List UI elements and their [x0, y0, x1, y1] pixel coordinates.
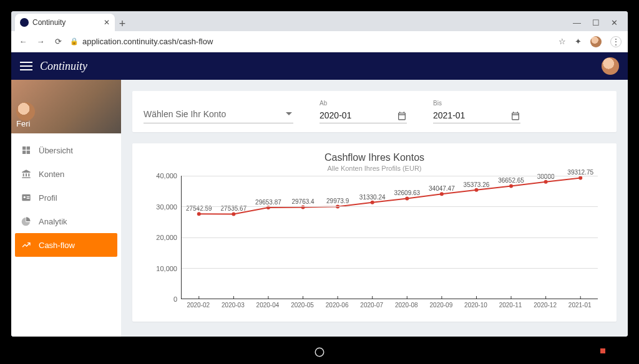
url-text: application.continuity.cash/cash-flow [82, 37, 213, 46]
piechart-icon [21, 216, 31, 226]
sidebar-item-konten[interactable]: Konten [11, 162, 121, 186]
chart-card: Cashflow Ihres Kontos Alle Konten Ihres … [132, 143, 617, 322]
svg-rect-0 [22, 146, 26, 150]
browser-tabbar: Continuity ✕ + — ☐ ✕ [11, 11, 628, 31]
home-indicator-icon [314, 347, 325, 358]
chart-area: 010,00020,00030,00040,000 27542.5927535.… [144, 176, 605, 313]
svg-point-28 [544, 180, 548, 184]
filter-card: Wählen Sie Ihr Konto Ab 2020-01 Bis [132, 91, 617, 132]
bookmark-icon[interactable]: ☆ [559, 37, 566, 46]
chart-subtitle: Alle Konten Ihres Profils (EUR) [144, 165, 605, 172]
extensions-icon[interactable]: ✦ [575, 37, 582, 46]
calendar-icon[interactable] [397, 111, 407, 121]
new-tab-button[interactable]: + [115, 16, 130, 31]
trend-icon [21, 240, 31, 250]
menu-toggle-icon[interactable] [20, 62, 32, 70]
svg-point-5 [24, 196, 26, 198]
lock-icon: 🔒 [70, 37, 79, 46]
sidebar: Feri Übersicht Konten [11, 80, 121, 337]
svg-rect-1 [27, 146, 30, 150]
window-minimize-icon[interactable]: — [573, 18, 581, 27]
dashboard-icon [21, 145, 31, 155]
profile-hero[interactable]: Feri [11, 80, 121, 133]
sidebar-item-label: Analytik [39, 217, 67, 226]
profile-name: Feri [16, 119, 30, 128]
window-close-icon[interactable]: ✕ [611, 18, 618, 27]
date-from-value: 2020-01 [320, 108, 407, 123]
svg-point-24 [474, 188, 478, 192]
sidebar-item-label: Übersicht [39, 146, 73, 155]
svg-point-30 [578, 176, 582, 180]
account-select-label: Wählen Sie Ihr Konto [144, 105, 293, 123]
date-to-label: Bis [433, 100, 520, 107]
nav-forward-icon[interactable]: → [35, 37, 46, 46]
date-to-field[interactable]: Bis 2021-01 [433, 100, 520, 123]
sidebar-item-label: Profil [39, 193, 57, 203]
sidebar-item-analytik[interactable]: Analytik [11, 209, 121, 233]
svg-rect-7 [27, 198, 30, 199]
bank-icon [21, 169, 31, 179]
sidebar-item-profil[interactable]: Profil [11, 186, 121, 209]
nav-back-icon[interactable]: ← [17, 37, 29, 46]
svg-point-18 [371, 201, 374, 204]
date-to-value: 2021-01 [433, 108, 520, 123]
account-select[interactable]: Wählen Sie Ihr Konto [144, 105, 293, 123]
sidebar-item-uebersicht[interactable]: Übersicht [11, 138, 121, 162]
toolbar-right: ☆ ✦ ⋮ [559, 36, 622, 47]
svg-rect-3 [27, 151, 30, 154]
tab-title: Continuity [32, 18, 66, 27]
svg-point-26 [509, 184, 513, 188]
date-from-label: Ab [320, 100, 407, 107]
sidebar-item-label: Cash-flow [39, 241, 75, 250]
chevron-down-icon [286, 112, 292, 118]
close-icon[interactable]: ✕ [104, 18, 110, 27]
calendar-icon[interactable] [510, 111, 520, 121]
svg-rect-2 [22, 151, 26, 154]
svg-point-22 [440, 192, 444, 196]
svg-point-10 [232, 212, 235, 216]
date-from-field[interactable]: Ab 2020-01 [320, 100, 407, 123]
profile-avatar-icon[interactable] [590, 36, 602, 47]
tab-favicon [20, 18, 29, 27]
svg-point-20 [405, 196, 409, 200]
nav-reload-icon[interactable]: ⟳ [52, 37, 64, 46]
sidebar-item-cashflow[interactable]: Cash-flow [15, 233, 117, 257]
sidebar-item-label: Konten [39, 170, 64, 179]
window-maximize-icon[interactable]: ☐ [592, 18, 600, 27]
address-bar[interactable]: 🔒 application.continuity.cash/cash-flow [70, 37, 552, 46]
svg-rect-4 [22, 194, 30, 201]
browser-toolbar: ← → ⟳ 🔒 application.continuity.cash/cash… [11, 31, 628, 52]
app-header: Continuity [11, 52, 628, 80]
svg-point-8 [197, 212, 201, 216]
menu-icon[interactable]: ⋮ [610, 36, 622, 47]
svg-point-32 [315, 348, 324, 357]
id-icon [21, 193, 31, 203]
browser-tab[interactable]: Continuity ✕ [15, 14, 115, 31]
svg-rect-6 [27, 196, 30, 197]
main-content: Wählen Sie Ihr Konto Ab 2020-01 Bis [121, 80, 628, 337]
chart-title: Cashflow Ihres Kontos [144, 152, 605, 163]
notification-dot-icon [600, 348, 605, 353]
user-avatar[interactable] [602, 57, 619, 75]
brand-logo: Continuity [40, 60, 87, 73]
